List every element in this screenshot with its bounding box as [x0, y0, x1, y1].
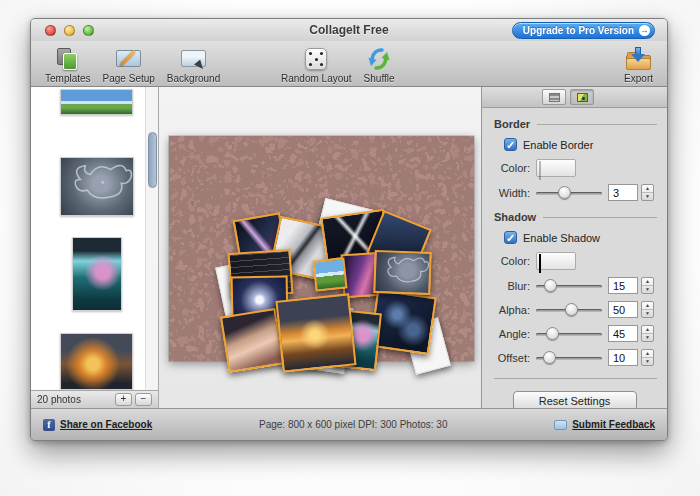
shadow-offset-slider[interactable] — [536, 351, 602, 365]
shadow-offset-label: Offset: — [482, 352, 530, 364]
share-on-facebook-link[interactable]: f Share on Facebook — [43, 419, 152, 431]
photo-count-label: 20 photos — [37, 394, 112, 405]
page-info-status: Page: 800 x 600 pixel DPI: 300 Photos: 3… — [152, 419, 554, 430]
shadow-offset-slider-thumb[interactable] — [543, 351, 556, 364]
photo-thumbnail-gnu[interactable] — [60, 157, 134, 216]
circular-arrows-icon — [367, 47, 391, 71]
shadow-blur-label: Blur: — [482, 280, 530, 292]
shadow-color-label: Color: — [482, 255, 530, 267]
background-label: Background — [167, 73, 220, 84]
photo-thumbnail-rainy-street[interactable] — [72, 237, 122, 311]
inspector-panel: Border ✓ Enable Border Color: Width: — [481, 87, 667, 408]
photo-thumbnail-sunset[interactable] — [60, 333, 133, 390]
gnu-sketch-icon — [375, 252, 429, 294]
collage-canvas — [159, 87, 483, 408]
random-layout-label: Random Layout — [281, 73, 352, 84]
shadow-alpha-stepper[interactable]: ▲▼ — [641, 301, 654, 318]
page-setup-button[interactable]: Page Setup — [103, 45, 155, 84]
border-color-swatch — [539, 161, 541, 180]
tab-layout-settings[interactable] — [542, 89, 566, 105]
shadow-blur-slider-thumb[interactable] — [544, 279, 557, 292]
photo-list-footer: 20 photos + − — [31, 390, 158, 408]
shadow-section-header: Shadow — [494, 211, 657, 223]
shadow-blur-field[interactable] — [608, 277, 638, 294]
sidebar-scrollbar[interactable] — [145, 87, 158, 390]
shadow-angle-label: Angle: — [482, 328, 530, 340]
add-photos-button[interactable]: + — [115, 393, 132, 406]
collage-photo[interactable] — [220, 308, 284, 373]
border-width-slider[interactable] — [536, 186, 602, 200]
sidebar-scrollbar-thumb[interactable] — [148, 132, 157, 188]
shadow-angle-slider[interactable] — [536, 327, 602, 341]
templates-button[interactable]: Templates — [45, 45, 91, 84]
random-layout-button[interactable]: Random Layout — [281, 45, 352, 84]
statusbar: f Share on Facebook Page: 800 x 600 pixe… — [31, 408, 667, 440]
enable-border-label: Enable Border — [523, 139, 593, 151]
border-section-header: Border — [494, 118, 657, 130]
gnu-sketch-icon — [61, 158, 133, 215]
collage-photo[interactable] — [373, 250, 431, 295]
background-button[interactable]: Background — [167, 45, 220, 84]
templates-label: Templates — [45, 73, 91, 84]
shadow-alpha-label: Alpha: — [482, 304, 530, 316]
dice-icon — [305, 48, 327, 70]
shadow-offset-field[interactable] — [608, 349, 638, 366]
facebook-icon: f — [43, 419, 55, 431]
arrow-right-icon: → — [639, 25, 650, 36]
desktop: CollageIt Free Upgrade to Pro Version → … — [0, 0, 700, 496]
shadow-blur-slider[interactable] — [536, 279, 602, 293]
photo-thumbnail-field[interactable] — [60, 89, 133, 115]
shadow-blur-stepper[interactable]: ▲▼ — [641, 277, 654, 294]
main-area: 20 photos + − — [31, 87, 667, 408]
shadow-alpha-slider[interactable] — [536, 303, 602, 317]
toolbar: Templates Page Setup Background Random L… — [31, 41, 667, 87]
page-setup-label: Page Setup — [103, 73, 155, 84]
photo-list: 20 photos + − — [31, 87, 159, 408]
enable-shadow-checkbox[interactable]: ✓ — [504, 231, 517, 244]
shuffle-button[interactable]: Shuffle — [364, 45, 395, 84]
share-label: Share on Facebook — [60, 419, 152, 430]
folder-download-icon — [625, 47, 652, 71]
page-with-pencil-icon — [115, 47, 143, 71]
shadow-angle-slider-thumb[interactable] — [546, 327, 559, 340]
inspector-tabstrip — [482, 87, 667, 108]
feedback-label: Submit Feedback — [572, 419, 655, 430]
collage-page — [169, 136, 474, 361]
shadow-angle-field[interactable] — [608, 325, 638, 342]
upgrade-label: Upgrade to Pro Version — [523, 25, 634, 36]
border-width-slider-thumb[interactable] — [558, 186, 571, 199]
border-width-label: Width: — [482, 187, 530, 199]
titlebar: CollageIt Free Upgrade to Pro Version → — [31, 19, 667, 41]
border-width-stepper[interactable]: ▲▼ — [641, 184, 654, 201]
shadow-angle-stepper[interactable]: ▲▼ — [641, 325, 654, 342]
layout-list-icon — [549, 93, 560, 102]
upgrade-to-pro-button[interactable]: Upgrade to Pro Version → — [512, 22, 655, 39]
image-panel-icon — [180, 47, 208, 71]
shadow-alpha-slider-thumb[interactable] — [565, 303, 578, 316]
collage-photo[interactable] — [312, 257, 347, 291]
inspector-divider — [494, 378, 657, 379]
stacked-pages-icon — [55, 47, 81, 71]
shadow-color-well[interactable] — [536, 252, 576, 270]
border-width-field[interactable] — [608, 184, 638, 201]
shadow-color-swatch — [539, 254, 541, 273]
shadow-offset-stepper[interactable]: ▲▼ — [641, 349, 654, 366]
submit-feedback-link[interactable]: Submit Feedback — [554, 419, 655, 430]
export-button[interactable]: Export — [624, 45, 653, 84]
border-color-well[interactable] — [536, 159, 576, 177]
app-window: CollageIt Free Upgrade to Pro Version → … — [30, 18, 668, 441]
shadow-alpha-field[interactable] — [608, 301, 638, 318]
export-label: Export — [624, 73, 653, 84]
shuffle-label: Shuffle — [364, 73, 395, 84]
enable-shadow-label: Enable Shadow — [523, 232, 600, 244]
enable-border-checkbox[interactable]: ✓ — [504, 138, 517, 151]
collage-photo[interactable] — [275, 293, 356, 372]
remove-photos-button[interactable]: − — [135, 393, 152, 406]
photo-effects-icon — [577, 93, 588, 102]
border-color-label: Color: — [482, 162, 530, 174]
tab-photo-effects[interactable] — [570, 89, 594, 105]
feedback-bubble-icon — [554, 420, 567, 430]
